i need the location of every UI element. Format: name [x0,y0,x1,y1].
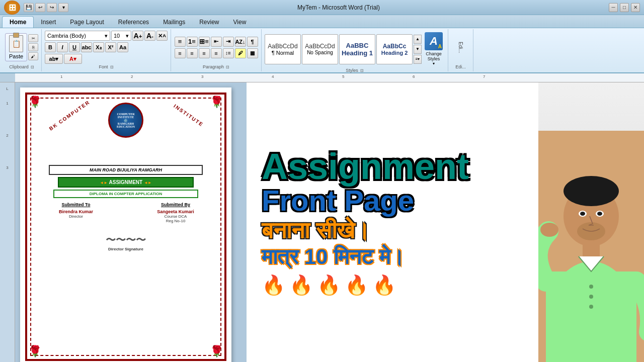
style-heading-2[interactable]: AaBbCc Heading 2 [376,34,413,64]
close-button[interactable]: ✕ [631,3,640,12]
minimize-button[interactable]: ─ [609,3,618,12]
tab-home[interactable]: Home [2,16,34,28]
align-center-button[interactable]: ≡ [187,48,198,58]
styles-scroll-down[interactable]: ▼ [414,45,422,54]
editing-content: Edi... [456,30,465,64]
highlight-button[interactable]: ab▾ [45,54,63,64]
ruler-number-1: 1 [6,101,8,106]
editing-label-text: Edi... [456,40,465,55]
diploma-badge: DIPLOMA IN COMPTER APPLICATION [53,190,198,198]
svg-point-10 [577,222,605,240]
numbering-button[interactable]: 1≡ [187,37,198,47]
ruler-main: 1 2 3 4 5 6 7 [15,73,644,82]
font-selector[interactable]: Cambria (Body) ▾ [45,31,110,41]
svg-point-12 [589,285,593,289]
show-hide-button[interactable]: ¶ [247,37,258,47]
customize-button-qa[interactable]: ▾ [58,3,68,12]
underline-button[interactable]: U [69,42,80,52]
window-controls: ─ □ ✕ [609,3,640,12]
shrink-font-button[interactable]: A- [144,31,155,41]
para-row-1: ≡ 1≡ ⊞≡ ⇤ ⇥ AZ↓ ¶ [175,37,258,47]
shading-button[interactable]: 🖊 [235,48,246,58]
change-case-button[interactable]: Aa [117,42,128,52]
change-styles-button[interactable]: A ChangeStyles ▾ [423,30,445,68]
subscript-button[interactable]: X₂ [93,42,104,52]
style-heading-1[interactable]: AaBBC Heading 1 [339,34,375,64]
redo-button-qa[interactable]: ↪ [47,3,57,12]
tab-page-layout[interactable]: Page Layout [63,17,111,28]
paste-icon: 📋 [9,35,23,52]
bullets-button[interactable]: ≡ [175,37,186,47]
paragraph-group: ≡ 1≡ ⊞≡ ⇤ ⇥ AZ↓ ¶ ≡ ≡ ≡ ≡ ↕≡ 🖊 ▦ [171,29,262,71]
overlay-assignment-title: Assignment [262,148,523,185]
tab-references[interactable]: References [111,17,156,28]
style-no-spacing[interactable]: AaBbCcDd No Spacing [302,34,338,64]
ruler-number-2: 2 [6,133,8,138]
font-color-button[interactable]: A▾ [64,54,82,64]
change-styles-label: ChangeStyles [426,51,442,61]
overlay-text: Assignment Front Page बनाना सीखे। मात्र … [247,138,538,306]
multilevel-button[interactable]: ⊞≡ [199,37,210,47]
editing-group: Edi... Edi... [448,29,473,71]
tab-view[interactable]: View [226,17,254,28]
tab-mailings[interactable]: Mailings [156,17,192,28]
line-spacing-button[interactable]: ↕≡ [223,48,234,58]
decrease-indent-button[interactable]: ⇤ [211,37,222,47]
submitted-by-col: Submitted By Sangeeta Kumari Course DCA … [135,202,216,223]
submitted-to-name: Birendra Kumar [35,209,117,214]
clipboard-secondary-buttons: ✂ ⎘ 🖌 [28,34,38,60]
increase-indent-button[interactable]: ⇥ [223,37,234,47]
undo-button-qa[interactable]: ↩ [35,3,45,12]
sort-button[interactable]: AZ↓ [235,37,246,47]
tab-insert[interactable]: Insert [34,17,63,28]
cut-button[interactable]: ✂ [28,34,38,42]
clipboard-label: Clipboard ⊡ [5,64,38,70]
align-right-button[interactable]: ≡ [199,48,210,58]
font-row-1: Cambria (Body) ▾ 10 ▾ A+ A- ✕A [45,31,168,41]
document-page[interactable]: 🌹 🌹 🌹 🌹 BK COMPUTER INSTITUTE COMPUTER I… [20,87,231,362]
styles-scroll-up[interactable]: ▲ [414,35,422,44]
svg-point-13 [589,295,593,299]
paragraph-label: Paragraph ⊡ [174,64,258,70]
borders-button[interactable]: ▦ [247,48,258,58]
svg-point-9 [597,212,602,216]
paste-button[interactable]: 📋 Paste [5,33,27,61]
italic-button[interactable]: I [57,42,68,52]
submitted-by-name: Sangeeta Kumari [135,209,216,214]
main-area: L 1 2 3 🌹 🌹 🌹 🌹 BK COMPUTER INSTITUTE [0,82,644,362]
ribbon-tabs: Home Insert Page Layout References Maili… [0,15,644,28]
director-signature: 〜〜〜〜 Director Signature [35,233,216,251]
paragraph-content: ≡ 1≡ ⊞≡ ⇤ ⇥ AZ↓ ¶ ≡ ≡ ≡ ≡ ↕≡ 🖊 ▦ [175,30,258,64]
strikethrough-button[interactable]: abc [81,42,92,52]
styles-more-button[interactable]: ≡▾ [414,55,422,64]
office-button[interactable]: ⊞ [4,1,20,15]
overlay-front-page-title: Front Page [262,185,523,217]
corner-rose-bl: 🌹 [28,345,42,358]
save-button-qa[interactable]: 💾 [24,3,34,12]
justify-button[interactable]: ≡ [211,48,222,58]
maximize-button[interactable]: □ [620,3,629,12]
style-normal[interactable]: AaBbCcDd ¶ Normal [265,34,301,64]
person-photo [538,82,644,362]
font-dropdown-arrow: ▾ [105,33,108,39]
institute-logo: COMPUTER INSTITUTE ⚙️ RAMGARH EDUCATION [108,103,143,138]
grow-font-button[interactable]: A+ [132,31,143,41]
submitted-by-course: Course DCA [135,214,216,219]
document-border: 🌹 🌹 🌹 🌹 BK COMPUTER INSTITUTE COMPUTER I… [25,93,226,361]
bold-button[interactable]: B [45,42,56,52]
copy-button[interactable]: ⎘ [28,43,38,51]
svg-point-8 [580,212,585,216]
document-area[interactable]: 🌹 🌹 🌹 🌹 BK COMPUTER INSTITUTE COMPUTER I… [15,82,247,362]
submitted-by-reg: Reg No-10 [135,219,216,223]
format-painter-button[interactable]: 🖌 [28,52,38,60]
tab-review[interactable]: Review [192,17,226,28]
clear-format-button[interactable]: ✕A [156,31,168,41]
svg-point-11 [540,223,558,237]
document-border-inner: BK COMPUTER INSTITUTE COMPUTER INSTITUTE… [30,98,221,356]
align-left-button[interactable]: ≡ [175,48,186,58]
font-size-selector[interactable]: 10 ▾ [111,31,131,41]
change-styles-arrow: ▾ [433,61,435,66]
font-controls: Cambria (Body) ▾ 10 ▾ A+ A- ✕A B I U abc [45,31,168,64]
superscript-button[interactable]: X² [105,42,116,52]
overlay-content: Assignment Front Page बनाना सीखे। मात्र … [247,82,644,362]
